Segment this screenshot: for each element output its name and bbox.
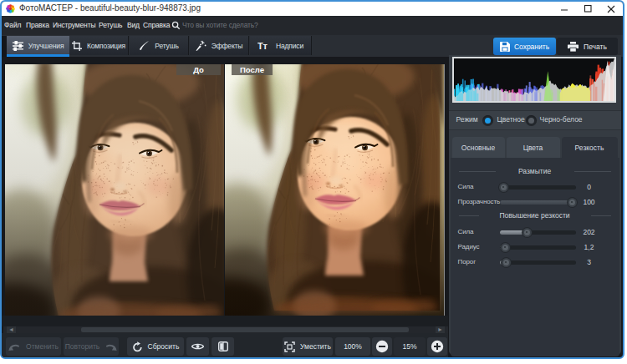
svg-text:Tт: Tт (257, 41, 268, 50)
